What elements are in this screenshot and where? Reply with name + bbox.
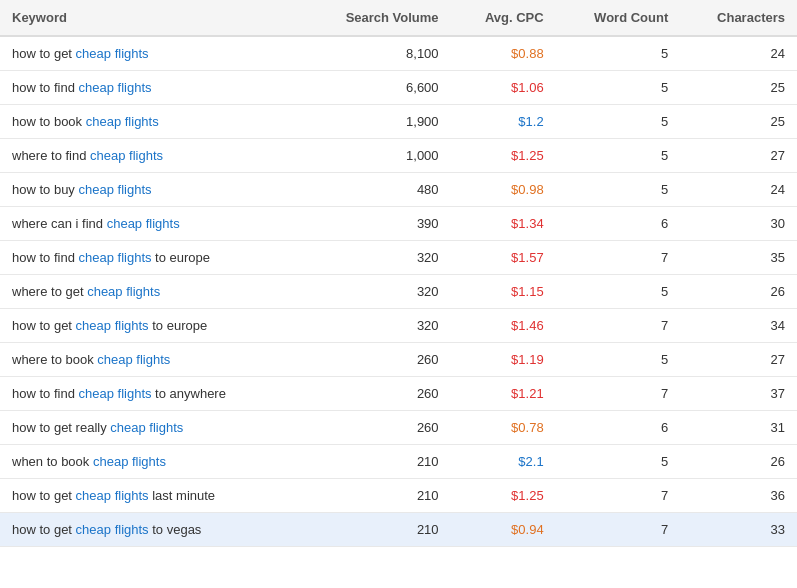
cell-word-count: 5	[556, 71, 681, 105]
cell-word-count: 5	[556, 36, 681, 71]
keyword-link[interactable]: cheap flights	[110, 420, 183, 435]
cell-word-count: 5	[556, 275, 681, 309]
table-row: where to book cheap flights260$1.19527	[0, 343, 797, 377]
cell-characters: 31	[680, 411, 797, 445]
table-row: how to get cheap flights to europe320$1.…	[0, 309, 797, 343]
cell-search-volume: 1,000	[302, 139, 451, 173]
col-header-search-volume: Search Volume	[302, 0, 451, 36]
cell-search-volume: 390	[302, 207, 451, 241]
cell-keyword: how to get cheap flights	[0, 36, 302, 71]
cell-search-volume: 1,900	[302, 105, 451, 139]
cell-search-volume: 210	[302, 445, 451, 479]
cell-characters: 35	[680, 241, 797, 275]
col-header-avg-cpc: Avg. CPC	[451, 0, 556, 36]
cell-avg-cpc: $1.2	[451, 105, 556, 139]
keyword-link[interactable]: cheap flights	[76, 46, 149, 61]
cell-characters: 26	[680, 275, 797, 309]
table-row: how to get cheap flights to vegas210$0.9…	[0, 513, 797, 547]
cell-keyword: how to get cheap flights to europe	[0, 309, 302, 343]
cell-characters: 33	[680, 513, 797, 547]
cell-avg-cpc: $1.57	[451, 241, 556, 275]
cell-characters: 27	[680, 139, 797, 173]
cell-characters: 25	[680, 105, 797, 139]
keyword-link[interactable]: cheap flights	[93, 454, 166, 469]
keyword-link[interactable]: cheap flights	[97, 352, 170, 367]
table-row: where to find cheap flights1,000$1.25527	[0, 139, 797, 173]
cell-characters: 24	[680, 36, 797, 71]
table-row: how to find cheap flights to europe320$1…	[0, 241, 797, 275]
cell-search-volume: 320	[302, 275, 451, 309]
col-header-keyword: Keyword	[0, 0, 302, 36]
keyword-link[interactable]: cheap flights	[76, 318, 149, 333]
col-header-word-count: Word Count	[556, 0, 681, 36]
keyword-link[interactable]: cheap flights	[76, 522, 149, 537]
table-row: where to get cheap flights320$1.15526	[0, 275, 797, 309]
cell-word-count: 7	[556, 241, 681, 275]
cell-search-volume: 210	[302, 513, 451, 547]
cell-word-count: 6	[556, 207, 681, 241]
cell-avg-cpc: $1.25	[451, 479, 556, 513]
cell-word-count: 5	[556, 445, 681, 479]
table-row: where can i find cheap flights390$1.3463…	[0, 207, 797, 241]
keyword-link[interactable]: cheap flights	[90, 148, 163, 163]
cell-avg-cpc: $1.06	[451, 71, 556, 105]
keyword-link[interactable]: cheap flights	[86, 114, 159, 129]
cell-keyword: how to get cheap flights to vegas	[0, 513, 302, 547]
cell-characters: 34	[680, 309, 797, 343]
keyword-link[interactable]: cheap flights	[79, 182, 152, 197]
table-row: how to book cheap flights1,900$1.2525	[0, 105, 797, 139]
cell-keyword: where can i find cheap flights	[0, 207, 302, 241]
cell-search-volume: 210	[302, 479, 451, 513]
cell-word-count: 5	[556, 139, 681, 173]
cell-characters: 24	[680, 173, 797, 207]
cell-search-volume: 320	[302, 309, 451, 343]
cell-word-count: 7	[556, 377, 681, 411]
cell-word-count: 7	[556, 479, 681, 513]
cell-avg-cpc: $1.25	[451, 139, 556, 173]
cell-keyword: where to book cheap flights	[0, 343, 302, 377]
cell-avg-cpc: $0.78	[451, 411, 556, 445]
cell-word-count: 7	[556, 309, 681, 343]
keyword-table: Keyword Search Volume Avg. CPC Word Coun…	[0, 0, 797, 547]
cell-avg-cpc: $0.98	[451, 173, 556, 207]
cell-keyword: how to book cheap flights	[0, 105, 302, 139]
cell-word-count: 6	[556, 411, 681, 445]
cell-characters: 36	[680, 479, 797, 513]
cell-word-count: 5	[556, 105, 681, 139]
keyword-link[interactable]: cheap flights	[76, 488, 149, 503]
cell-search-volume: 8,100	[302, 36, 451, 71]
cell-search-volume: 320	[302, 241, 451, 275]
cell-keyword: when to book cheap flights	[0, 445, 302, 479]
cell-keyword: where to find cheap flights	[0, 139, 302, 173]
cell-characters: 27	[680, 343, 797, 377]
table-row: how to find cheap flights to anywhere260…	[0, 377, 797, 411]
cell-search-volume: 260	[302, 411, 451, 445]
cell-word-count: 7	[556, 513, 681, 547]
keyword-link[interactable]: cheap flights	[79, 250, 152, 265]
cell-keyword: how to buy cheap flights	[0, 173, 302, 207]
cell-keyword: how to find cheap flights to anywhere	[0, 377, 302, 411]
cell-characters: 25	[680, 71, 797, 105]
cell-avg-cpc: $1.46	[451, 309, 556, 343]
table-header-row: Keyword Search Volume Avg. CPC Word Coun…	[0, 0, 797, 36]
table-row: how to get cheap flights last minute210$…	[0, 479, 797, 513]
cell-characters: 26	[680, 445, 797, 479]
cell-characters: 37	[680, 377, 797, 411]
table-row: how to buy cheap flights480$0.98524	[0, 173, 797, 207]
cell-avg-cpc: $1.15	[451, 275, 556, 309]
keyword-link[interactable]: cheap flights	[79, 386, 152, 401]
cell-search-volume: 6,600	[302, 71, 451, 105]
cell-avg-cpc: $1.34	[451, 207, 556, 241]
cell-search-volume: 260	[302, 343, 451, 377]
keyword-link[interactable]: cheap flights	[79, 80, 152, 95]
cell-word-count: 5	[556, 173, 681, 207]
cell-keyword: how to find cheap flights to europe	[0, 241, 302, 275]
cell-avg-cpc: $0.88	[451, 36, 556, 71]
keyword-link[interactable]: cheap flights	[87, 284, 160, 299]
cell-search-volume: 260	[302, 377, 451, 411]
cell-keyword: where to get cheap flights	[0, 275, 302, 309]
keyword-link[interactable]: cheap flights	[107, 216, 180, 231]
table-row: how to find cheap flights6,600$1.06525	[0, 71, 797, 105]
table-row: how to get really cheap flights260$0.786…	[0, 411, 797, 445]
col-header-characters: Characters	[680, 0, 797, 36]
